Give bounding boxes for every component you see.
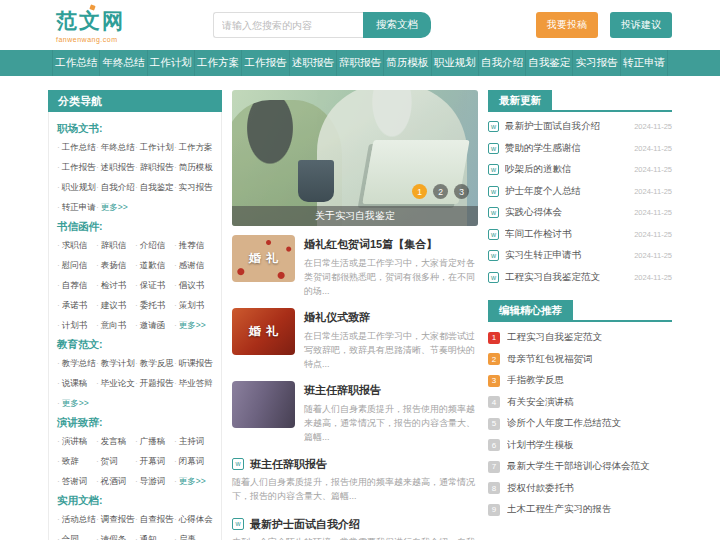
search-button[interactable]: 搜索文档 <box>363 12 431 38</box>
nav-item[interactable]: 工作计划 <box>148 50 195 76</box>
sidebar-category-link[interactable]: 倡议书 <box>174 280 213 292</box>
sidebar-category-link[interactable]: 调查报告 <box>96 514 135 526</box>
latest-update-title[interactable]: 最新护士面试自我介绍 <box>505 120 628 133</box>
sidebar-category-link[interactable]: 开幕词 <box>135 456 174 468</box>
sidebar-category-link[interactable]: 闭幕词 <box>174 456 213 468</box>
recommend-item[interactable]: 3手指教学反思 <box>488 370 672 392</box>
recommend-title[interactable]: 手指教学反思 <box>507 374 564 387</box>
sidebar-category-link[interactable]: 推荐信 <box>174 240 213 252</box>
nav-item[interactable]: 辞职报告 <box>337 50 384 76</box>
recommend-item[interactable]: 9土木工程生产实习的报告 <box>488 499 672 521</box>
latest-update-item[interactable]: w最新护士面试自我介绍2024-11-25 <box>488 116 672 138</box>
article-item[interactable]: w最新护士面试自我介绍来到一个完全陌生的环境，常常需要我们进行自我介绍，自我介绍… <box>232 515 478 540</box>
sidebar-category-link[interactable]: 祝酒词 <box>96 476 135 488</box>
latest-update-item[interactable]: w车间工作检讨书2024-11-25 <box>488 224 672 246</box>
sidebar-category-link[interactable]: 委托书 <box>135 300 174 312</box>
latest-update-title[interactable]: 实践心得体会 <box>505 206 628 219</box>
sidebar-more-link[interactable]: 更多>> <box>57 398 96 410</box>
sidebar-category-link[interactable]: 教学反思 <box>135 358 174 370</box>
recommend-item[interactable]: 7最新大学生干部培训心得体会范文 <box>488 456 672 478</box>
carousel-page-dot[interactable]: 3 <box>454 184 469 199</box>
sidebar-category-link[interactable]: 工作计划 <box>135 142 174 154</box>
article-title[interactable]: 婚礼红包贺词15篇【集合】 <box>304 237 478 252</box>
sidebar-category-link[interactable]: 辞职报告 <box>135 162 174 174</box>
nav-item[interactable]: 简历模板 <box>384 50 431 76</box>
latest-update-title[interactable]: 护士年度个人总结 <box>505 185 628 198</box>
article-item[interactable]: 班主任辞职报告随着人们自身素质提升，报告使用的频率越来越高，通常情况下，报告的内… <box>232 381 478 445</box>
latest-update-title[interactable]: 赞助的学生感谢信 <box>505 142 628 155</box>
sidebar-category-link[interactable]: 请假条 <box>96 534 135 540</box>
sidebar-category-link[interactable]: 发言稿 <box>96 436 135 448</box>
recommend-item[interactable]: 4有关安全演讲稿 <box>488 392 672 414</box>
latest-update-title[interactable]: 工程实习自我鉴定范文 <box>505 271 628 284</box>
nav-item[interactable]: 工作方案 <box>195 50 242 76</box>
sidebar-category-link[interactable]: 合同 <box>57 534 96 540</box>
sidebar-category-link[interactable]: 启事 <box>174 534 213 540</box>
nav-item[interactable]: 职业规划 <box>432 50 479 76</box>
sidebar-category-link[interactable]: 职业规划 <box>57 182 96 194</box>
sidebar-category-link[interactable]: 建议书 <box>96 300 135 312</box>
sidebar-category-link[interactable]: 自荐信 <box>57 280 96 292</box>
article-item[interactable]: 婚礼婚礼仪式致辞在日常生活或是工作学习中，大家都尝试过写致辞吧，致辞具有思路清晰… <box>232 308 478 372</box>
latest-update-item[interactable]: w实践心得体会2024-11-25 <box>488 202 672 224</box>
nav-item[interactable]: 实习报告 <box>573 50 620 76</box>
nav-item[interactable]: 述职报告 <box>290 50 337 76</box>
sidebar-more-link[interactable]: 更多>> <box>174 320 213 332</box>
sidebar-category-link[interactable]: 工作总结 <box>57 142 96 154</box>
latest-update-item[interactable]: w吵架后的道歉信2024-11-25 <box>488 159 672 181</box>
recommend-item[interactable]: 1工程实习自我鉴定范文 <box>488 327 672 349</box>
sidebar-category-link[interactable]: 教学计划 <box>96 358 135 370</box>
tab-editor-recommend[interactable]: 编辑精心推荐 <box>488 300 573 320</box>
article-title[interactable]: 班主任辞职报告 <box>250 457 327 472</box>
sidebar-category-link[interactable]: 工作报告 <box>57 162 96 174</box>
sidebar-category-link[interactable]: 广播稿 <box>135 436 174 448</box>
site-logo[interactable]: 范文网 fanwenwang.com <box>56 7 125 43</box>
recommend-item[interactable]: 8授权付款委托书 <box>488 478 672 500</box>
sidebar-category-link[interactable]: 检讨书 <box>96 280 135 292</box>
recommend-title[interactable]: 授权付款委托书 <box>507 482 574 495</box>
tab-latest-updates[interactable]: 最新更新 <box>488 90 552 110</box>
sidebar-category-link[interactable]: 感谢信 <box>174 260 213 272</box>
sidebar-category-link[interactable]: 开题报告 <box>135 378 174 390</box>
sidebar-category-link[interactable]: 年终总结 <box>96 142 135 154</box>
nav-item[interactable]: 工作报告 <box>242 50 289 76</box>
latest-update-item[interactable]: w护士年度个人总结2024-11-25 <box>488 181 672 203</box>
recommend-title[interactable]: 工程实习自我鉴定范文 <box>507 331 602 344</box>
recommend-title[interactable]: 母亲节红包祝福贺词 <box>507 353 593 366</box>
sidebar-category-link[interactable]: 活动总结 <box>57 514 96 526</box>
latest-update-item[interactable]: w实习生转正申请书2024-11-25 <box>488 245 672 267</box>
sidebar-category-link[interactable]: 说课稿 <box>57 378 96 390</box>
sidebar-category-link[interactable]: 自查报告 <box>135 514 174 526</box>
sidebar-category-link[interactable]: 致辞 <box>57 456 96 468</box>
recommend-title[interactable]: 有关安全演讲稿 <box>507 396 574 409</box>
feedback-button[interactable]: 投诉建议 <box>610 12 672 38</box>
recommend-title[interactable]: 最新大学生干部培训心得体会范文 <box>507 460 650 473</box>
sidebar-category-link[interactable]: 策划书 <box>174 300 213 312</box>
carousel-page-dot[interactable]: 2 <box>433 184 448 199</box>
nav-item[interactable]: 自我鉴定 <box>526 50 573 76</box>
sidebar-category-link[interactable]: 心得体会 <box>174 514 213 526</box>
sidebar-category-link[interactable]: 述职报告 <box>96 162 135 174</box>
sidebar-category-link[interactable]: 通知 <box>135 534 174 540</box>
nav-item[interactable]: 自我介绍 <box>479 50 526 76</box>
recommend-item[interactable]: 6计划书学生模板 <box>488 435 672 457</box>
sidebar-category-link[interactable]: 工作方案 <box>174 142 213 154</box>
article-item[interactable]: 婚礼婚礼红包贺词15篇【集合】在日常生活或是工作学习中，大家肯定对各类贺词都很熟… <box>232 235 478 299</box>
search-input[interactable] <box>213 12 363 38</box>
article-title[interactable]: 最新护士面试自我介绍 <box>250 517 360 532</box>
recommend-title[interactable]: 诊所个人年度工作总结范文 <box>507 417 621 430</box>
article-title[interactable]: 班主任辞职报告 <box>304 383 478 398</box>
sidebar-category-link[interactable]: 答谢词 <box>57 476 96 488</box>
recommend-title[interactable]: 计划书学生模板 <box>507 439 574 452</box>
sidebar-category-link[interactable]: 转正申请 <box>57 202 96 214</box>
sidebar-category-link[interactable]: 主持词 <box>174 436 213 448</box>
sidebar-category-link[interactable]: 实习报告 <box>174 182 213 194</box>
sidebar-category-link[interactable]: 辞职信 <box>96 240 135 252</box>
sidebar-category-link[interactable]: 听课报告 <box>174 358 213 370</box>
sidebar-category-link[interactable]: 毕业答辩 <box>174 378 213 390</box>
sidebar-category-link[interactable]: 保证书 <box>135 280 174 292</box>
article-item[interactable]: w班主任辞职报告随着人们自身素质提升，报告使用的频率越来越高，通常情况下，报告的… <box>232 455 478 504</box>
sidebar-category-link[interactable]: 邀请函 <box>135 320 174 332</box>
sidebar-more-link[interactable]: 更多>> <box>96 202 135 214</box>
latest-update-item[interactable]: w赞助的学生感谢信2024-11-25 <box>488 138 672 160</box>
